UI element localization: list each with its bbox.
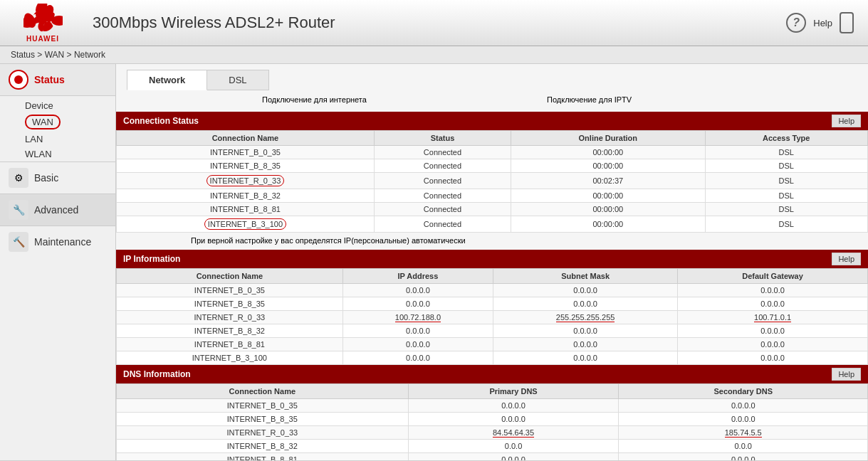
table-row: INTERNET_B_8_35Connected00:00:00DSL <box>117 159 868 173</box>
table-row: INTERNET_B_8_810.0.0.00.0.0.00.0.0.0 <box>117 338 868 351</box>
table-row: INTERNET_B_8_810.0.0.00.0.0.0 <box>117 453 868 461</box>
advanced-label: Advanced <box>34 204 78 216</box>
col-status: Status <box>374 131 511 146</box>
ip-col-ip: IP Address <box>343 269 493 284</box>
connection-status-header: Connection Status Help <box>116 112 868 130</box>
sidebar-item-lan[interactable]: LAN <box>0 132 115 147</box>
dns-information-table: Connection Name Primary DNS Secondary DN… <box>116 383 868 460</box>
annotation-ip: При верной настройке у вас определятся I… <box>120 234 864 250</box>
main-layout: Status Device WAN LAN WLAN ⚙ Basic 🔧 Adv… <box>0 64 868 460</box>
annotation-internet-text: Подключение для интернета <box>262 95 367 104</box>
annotation-internet: Подключение для интернета Подключение дл… <box>120 92 864 112</box>
tab-network[interactable]: Network <box>127 70 207 90</box>
dns-information-header: DNS Information Help <box>116 365 868 383</box>
logo-text: HUAWEI <box>26 35 59 43</box>
dns-col-name: Connection Name <box>117 384 409 399</box>
basic-label: Basic <box>34 172 58 184</box>
header: HUAWEI 300Mbps Wireless ADSL2+ Router ? … <box>0 0 868 46</box>
wan-label: WAN <box>25 115 61 129</box>
product-title: 300Mbps Wireless ADSL2+ Router <box>93 14 786 32</box>
ip-col-name: Connection Name <box>117 269 343 284</box>
ip-information-help-btn[interactable]: Help <box>832 253 861 265</box>
sidebar-item-device[interactable]: Device <box>0 96 115 112</box>
table-row: INTERNET_B_0_35Connected00:00:00DSL <box>117 146 868 159</box>
table-row: INTERNET_B_8_81Connected00:00:00DSL <box>117 203 868 216</box>
sidebar-item-wlan[interactable]: WLAN <box>0 147 115 161</box>
status-dot <box>14 75 23 84</box>
dns-information-help-btn[interactable]: Help <box>832 368 861 381</box>
advanced-icon: 🔧 <box>9 200 28 220</box>
sidebar: Status Device WAN LAN WLAN ⚙ Basic 🔧 Adv… <box>0 64 116 460</box>
header-right: ? Help <box>786 12 854 33</box>
sidebar-item-status[interactable]: Status <box>0 64 115 96</box>
col-access-type: Access Type <box>705 131 868 146</box>
annotation-ip-text: При верной настройке у вас определятся I… <box>191 236 466 245</box>
table-row: INTERNET_B_3_1000.0.0.00.0.0.00.0.0.0 <box>117 351 868 365</box>
sidebar-item-basic[interactable]: ⚙ Basic <box>0 161 115 194</box>
dns-col-secondary: Secondary DNS <box>619 384 868 399</box>
dns-information-section: DNS Information Help Connection Name Pri… <box>116 365 868 460</box>
annotation-iptv-text: Подключение для IPTV <box>547 95 632 104</box>
maintenance-label: Maintenance <box>34 236 91 248</box>
table-row: INTERNET_B_0_350.0.0.00.0.0.0 <box>117 399 868 413</box>
table-row: INTERNET_B_8_350.0.0.00.0.0.00.0.0.0 <box>117 297 868 311</box>
maintenance-icon: 🔨 <box>9 232 28 252</box>
ip-information-header: IP Information Help <box>116 250 868 268</box>
table-row: INTERNET_B_8_320.0.0.00.0.0.00.0.0.0 <box>117 324 868 338</box>
table-row: INTERNET_B_8_350.0.0.00.0.0.0 <box>117 413 868 426</box>
connection-status-table: Connection Name Status Online Duration A… <box>116 130 868 233</box>
sidebar-item-maintenance[interactable]: 🔨 Maintenance <box>0 226 115 258</box>
huawei-logo: HUAWEI <box>14 4 71 43</box>
table-row: INTERNET_R_0_33Connected00:02:37DSL <box>117 173 868 189</box>
col-connection-name: Connection Name <box>117 131 375 146</box>
table-row: INTERNET_B_8_320.0.00.0.0 <box>117 440 868 453</box>
connection-status-section: Connection Status Help Connection Name S… <box>116 112 868 233</box>
basic-icon: ⚙ <box>9 168 28 188</box>
table-row: INTERNET_B_8_32Connected00:00:00DSL <box>117 189 868 203</box>
ip-col-subnet: Subnet Mask <box>493 269 678 284</box>
content-area: Network DSL Подключение для интернета По… <box>116 64 868 460</box>
table-row: INTERNET_R_0_3384.54.64.35185.74.5.5 <box>117 426 868 440</box>
ip-col-gateway: Default Gateway <box>678 269 868 284</box>
table-row: INTERNET_R_0_33100.72.188.0255.255.255.2… <box>117 311 868 324</box>
sidebar-item-advanced[interactable]: 🔧 Advanced <box>0 194 115 226</box>
connection-status-help-btn[interactable]: Help <box>832 115 861 127</box>
tab-bar: Network DSL <box>116 64 868 90</box>
breadcrumb: Status > WAN > Network <box>0 46 868 64</box>
ip-information-table: Connection Name IP Address Subnet Mask D… <box>116 268 868 365</box>
table-row: INTERNET_B_0_350.0.0.00.0.0.00.0.0.0 <box>117 284 868 297</box>
col-online-duration: Online Duration <box>511 131 705 146</box>
sidebar-status-label: Status <box>34 74 65 85</box>
help-circle-icon: ? <box>786 13 806 33</box>
dns-col-primary: Primary DNS <box>408 384 619 399</box>
status-circle-icon <box>9 70 28 90</box>
phone-icon <box>840 12 854 33</box>
table-row: INTERNET_B_3_100Connected00:00:00DSL <box>117 216 868 233</box>
sidebar-item-wan[interactable]: WAN <box>0 112 115 132</box>
help-label: Help <box>813 18 832 28</box>
tab-dsl[interactable]: DSL <box>207 70 268 90</box>
ip-information-section: IP Information Help Connection Name IP A… <box>116 250 868 365</box>
